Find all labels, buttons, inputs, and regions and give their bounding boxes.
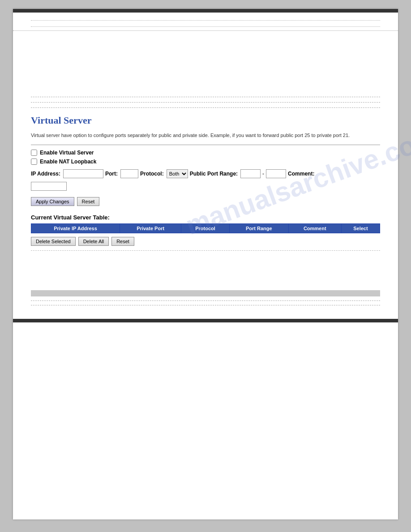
table-button-row: Delete Selected Delete All Reset — [31, 237, 380, 246]
dash-separator — [31, 250, 380, 251]
top-bar — [13, 9, 398, 13]
col-select: Select — [341, 223, 380, 233]
footer-bar — [13, 319, 398, 322]
enable-nat-loopback-row: Enable NAT Loopback — [31, 159, 380, 165]
public-port-start-input[interactable] — [240, 169, 261, 178]
enable-virtual-server-row: Enable Virtual Server — [31, 150, 380, 156]
reset-table-button[interactable]: Reset — [111, 237, 134, 246]
enable-virtual-server-checkbox[interactable] — [31, 150, 37, 156]
bottom-dashed-1 — [31, 297, 380, 301]
port-input[interactable] — [120, 169, 138, 178]
comment-label: Comment: — [288, 171, 314, 177]
col-port-range: Port Range — [229, 223, 288, 233]
ip-address-label: IP Address: — [31, 171, 60, 177]
ip-address-input[interactable] — [63, 169, 103, 178]
dashed-line-1 — [31, 94, 380, 97]
bottom-gray-bar — [31, 290, 380, 296]
col-private-ip: Private IP Address — [31, 223, 120, 233]
dashed-line-3 — [31, 104, 380, 108]
col-private-port: Private Port — [120, 223, 181, 233]
table-title: Current Virtual Server Table: — [31, 214, 380, 221]
reset-button[interactable]: Reset — [77, 197, 100, 206]
section-lines — [31, 94, 380, 108]
port-label: Port: — [105, 171, 118, 177]
page-description: Virtual server have option to configure … — [31, 132, 380, 139]
nav-area-top — [13, 13, 398, 31]
separator-line — [31, 145, 380, 145]
public-port-range-label: Public Port Range: — [190, 171, 238, 177]
spacer-top — [13, 31, 398, 89]
dashed-line-2 — [31, 99, 380, 103]
col-protocol: Protocol — [181, 223, 229, 233]
virtual-server-table: Private IP Address Private Port Protocol… — [31, 223, 380, 233]
protocol-label: Protocol: — [140, 171, 164, 177]
page-title: Virtual Server — [31, 115, 380, 126]
main-page: Virtual Server Virtual server have optio… — [13, 9, 398, 519]
protocol-select[interactable]: Both TCP UDP — [167, 169, 188, 178]
bottom-dashed-2 — [31, 302, 380, 305]
comment-input[interactable] — [31, 182, 67, 191]
bottom-nav — [13, 273, 398, 310]
port-range-separator: - — [262, 171, 264, 177]
apply-changes-button[interactable]: Apply Changes — [31, 197, 74, 206]
content-area: Virtual Server Virtual server have optio… — [13, 89, 398, 264]
col-comment: Comment — [288, 223, 341, 233]
enable-nat-loopback-label: Enable NAT Loopback — [40, 159, 96, 165]
action-button-row: Apply Changes Reset — [31, 197, 380, 206]
form-row: IP Address: Port: Protocol: Both TCP UDP… — [31, 169, 380, 178]
nav-dots-1 — [31, 16, 380, 21]
nav-dots-2 — [31, 22, 380, 27]
public-port-end-input[interactable] — [266, 169, 286, 178]
delete-all-button[interactable]: Delete All — [78, 237, 109, 246]
enable-virtual-server-label: Enable Virtual Server — [40, 150, 94, 156]
enable-nat-loopback-checkbox[interactable] — [31, 159, 37, 165]
delete-selected-button[interactable]: Delete Selected — [31, 237, 76, 246]
